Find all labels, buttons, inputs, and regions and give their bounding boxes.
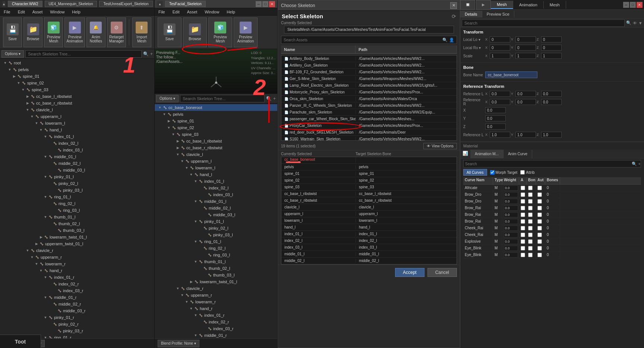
right-search-icon[interactable]: 🔍 [626,20,631,25]
tab-mesh2-right[interactable]: Mesh [544,1,566,9]
curve-a-cell[interactable] [519,245,527,251]
ref-rz2-input[interactable] [541,99,562,105]
curve-weight-input[interactable] [504,232,518,237]
menu-window-mid[interactable]: Window [203,10,221,14]
curve-weight-cell[interactable] [502,218,519,224]
tree-item[interactable]: 🦴index_03_r [155,325,277,332]
curve-a-checkbox[interactable] [521,213,525,217]
curve-weight-cell[interactable] [502,245,519,251]
curve-bon-checkbox[interactable] [528,192,533,197]
curve-a-cell[interactable] [519,252,527,258]
tree-item[interactable]: 🦴pinky_02_r [0,321,154,328]
ref-rx3[interactable] [490,132,510,138]
tree-item[interactable]: ▼🦴spine_03 [0,86,154,93]
cancel-button[interactable]: Cancel [427,268,457,277]
tab-testunreal-export[interactable]: TestUnrealExport_Skeleton [99,1,152,7]
preview-anim-button-mid[interactable]: ▶ Preview Animation [234,17,258,47]
ref-x-input[interactable] [490,91,510,97]
menu-window-left[interactable]: Window [48,10,66,14]
ro-z-input[interactable] [541,45,562,51]
tree-item[interactable]: ▼🦴thumb_01_l [0,214,154,220]
mapping-row[interactable]: spine_03spine_03 [281,184,457,191]
lo-x-input[interactable] [490,36,510,42]
mapping-row[interactable]: spine_02spine_02 [281,177,457,184]
tree-item[interactable]: ▼🦴upperarm_l [0,113,154,120]
table-row[interactable]: 📄red_deer_buck_SKELMESH_Skeleton/Game/As… [281,129,457,136]
curve-a-cell[interactable] [519,205,527,211]
anim-tab-curve[interactable]: Anim Curve [503,150,532,158]
ro-y-input[interactable] [515,45,536,51]
menu-edit-mid[interactable]: Edit [171,10,181,14]
curve-a-cell[interactable] [519,211,527,218]
tree-item[interactable]: ▼🦴clavicle_r [155,285,277,292]
tree-item[interactable]: 🦴middle_03_r [0,307,154,314]
curve-aut-cell[interactable] [536,218,545,224]
curve-weight-cell[interactable] [502,258,519,259]
tree-item[interactable]: 🦴thumb_03_l [155,272,277,278]
tree-item[interactable]: 🦴middle_03_l [155,211,277,218]
tree-item[interactable]: ▼🦴clavicle_l [155,151,277,158]
anim-thumb-btn[interactable]: ▶ [476,0,491,10]
menu-file-mid[interactable]: File [157,10,167,14]
curve-bon-checkbox[interactable] [528,213,533,217]
skeleton-tree-mid[interactable]: ▼🦴cc_base_boneroot▼🦴pelvis▶🦴spine_01▼🦴sp… [155,103,277,338]
curve-row[interactable]: ExplosiveM0 [463,238,641,245]
curve-weight-input[interactable] [504,252,518,258]
attrib-checkbox[interactable] [520,170,525,175]
curve-a-cell[interactable] [519,191,527,198]
curve-a-checkbox[interactable] [521,219,525,224]
mapping-row[interactable]: lowerarm_llowerarm_l [281,217,457,224]
s-z-input[interactable] [541,53,562,59]
tree-item[interactable]: ▼🦴hand_l [0,127,154,133]
filter-btn[interactable]: ▼ [638,21,643,25]
curve-bon-cell[interactable] [527,205,536,211]
save-button-left[interactable]: 💾 Save [3,17,22,47]
options-btn-left[interactable]: Options ▾ [1,50,24,58]
tree-item[interactable]: ▼🦴pinky_01_l [155,218,277,225]
curve-weight-input[interactable] [504,246,518,251]
tree-item[interactable]: 🦴thumb_02_l [0,220,154,227]
curve-aut-cell[interactable] [536,185,545,191]
curve-aut-checkbox[interactable] [537,253,542,257]
details-search-input[interactable] [462,19,625,27]
curve-aut-checkbox[interactable] [537,213,542,217]
curve-bon-cell[interactable] [527,252,536,258]
menu-help-left[interactable]: Help [70,10,82,14]
tree-item[interactable]: 🦴index_03_r [0,287,154,294]
tree-item[interactable]: ▼🦴middle_01_l [155,198,277,205]
tree-item[interactable]: ▼🦴spine_02 [155,124,277,131]
menu-asset-mid[interactable]: Asset [186,10,199,14]
curve-a-checkbox[interactable] [521,226,525,230]
mapping-row[interactable]: spine_01spine_01 [281,170,457,177]
tree-item[interactable]: 🦴ring_02_l [155,245,277,252]
menu-edit-left[interactable]: Edit [16,10,26,14]
tree-item[interactable]: 🦴index_03_l [0,147,154,153]
curve-aut-cell[interactable] [536,211,545,218]
all-curves-btn[interactable]: All Curves [463,169,487,176]
curve-bon-cell[interactable] [527,238,536,245]
curve-a-checkbox[interactable] [521,246,525,250]
curve-aut-checkbox[interactable] [537,239,542,244]
tree-item[interactable]: ▶🦴cc_base_l_ribstwist [155,138,277,144]
skeleton-search-left[interactable] [25,50,142,58]
curve-row[interactable]: Cheek_RaiM0 [463,225,641,232]
tree-item[interactable]: 🦴index_02_l [0,140,154,147]
curve-aut-checkbox[interactable] [537,186,542,190]
ref-ry3[interactable] [515,132,536,138]
curve-aut-cell[interactable] [536,191,545,198]
tab-ue4-mannequin[interactable]: UE4_Mannequin_Skeleton [45,1,97,7]
curve-a-checkbox[interactable] [521,186,525,190]
anim-tab-animation[interactable]: Animation M... [470,150,503,158]
bone-mapping-table[interactable]: cc_base_bonerootpelvispelvisspine_01spin… [281,157,457,265]
curve-row[interactable]: Cheek_RaiM0 [463,232,641,238]
mapping-row[interactable]: index_02_lindex_02_l [281,237,457,244]
tree-item[interactable]: 🦴pinky_03_r [0,328,154,334]
curve-row[interactable]: Eye_BlinkM0 [463,245,641,252]
curve-aut-cell[interactable] [536,225,545,231]
bone-name-input[interactable] [485,71,537,78]
tab-tesfacial[interactable]: TesFacial_Skeleton [165,1,206,7]
tree-item[interactable]: ▼🦴lowerarm_r [155,298,277,305]
minimize-btn-middle[interactable]: ─ [256,1,262,7]
curve-row[interactable]: Brow_RaiM0 [463,218,641,225]
curve-bon-checkbox[interactable] [528,186,533,190]
